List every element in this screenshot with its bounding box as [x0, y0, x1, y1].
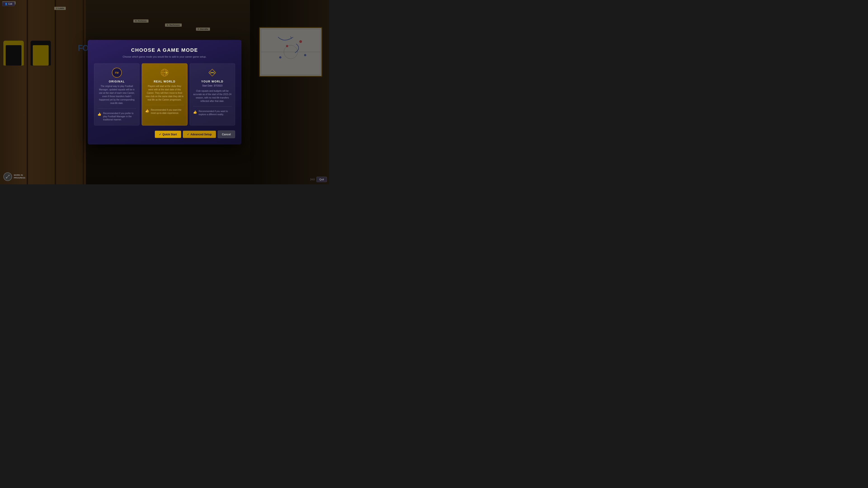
your-world-description: Club squads and budgets will be accurate… [193, 89, 232, 103]
real-world-icon [160, 68, 169, 78]
original-description: The original way to play Football Manage… [97, 85, 136, 105]
game-mode-modal: CHOOSE A GAME MODE Choose which game mod… [88, 40, 241, 144]
original-recommendation: 👍 Recommended if you prefer to play Foot… [97, 112, 136, 121]
your-world-card[interactable]: YOUR WORLD Start Date: 3/7/2023 Club squ… [190, 64, 235, 126]
cancel-button[interactable]: Cancel [218, 131, 235, 138]
person-icon: 👤 [5, 3, 7, 5]
real-world-description: Players will start at the clubs they wer… [145, 85, 184, 101]
real-world-title: REAL WORLD [145, 80, 184, 83]
thumb-up-icon-3: 👍 [193, 110, 197, 115]
modal-title: CHOOSE A GAME MODE [94, 47, 235, 53]
real-world-divider [145, 105, 184, 105]
modal-subtitle: Choose which game mode you would like to… [94, 55, 235, 58]
bottom-right-controls: 24.0 Quit [310, 177, 327, 182]
quit-button[interactable]: Quit [316, 177, 327, 182]
wip-badge: WORK IN PROGRESS [3, 172, 25, 181]
cards-container: FM ORIGINAL The original way to play Foo… [94, 64, 235, 126]
original-title: ORIGINAL [97, 80, 136, 83]
diamond-svg [208, 68, 217, 77]
fm-badge-icon: FM [112, 68, 122, 78]
check-icon-quick [159, 133, 161, 136]
top-left-controls: 👤 Edit [2, 2, 15, 6]
wrench-icon [5, 174, 10, 179]
wip-circle-icon [3, 172, 12, 181]
your-world-recommendation: 👍 Recommended if you want to explore a d… [193, 110, 232, 116]
your-world-divider [193, 106, 232, 107]
original-icon: FM [112, 68, 122, 78]
quick-start-button[interactable]: Quick Start [155, 131, 181, 138]
your-world-title: YOUR WORLD [193, 80, 232, 83]
your-world-icon [207, 68, 217, 78]
wip-text: WORK IN PROGRESS [14, 174, 25, 179]
thumb-up-icon: 👍 [97, 112, 101, 117]
edit-button[interactable]: 👤 Edit [2, 2, 15, 6]
check-icon-advanced [187, 133, 189, 136]
modal-buttons: Quick Start Advanced Setup Cancel [94, 131, 235, 138]
real-world-recommendation: 👍 Recommended if you want the most up-to… [145, 108, 184, 115]
thumb-up-icon-2: 👍 [145, 109, 149, 113]
real-world-card[interactable]: REAL WORLD Players will start at the clu… [142, 64, 187, 126]
version-number: 24.0 [310, 178, 314, 181]
original-divider [97, 108, 136, 109]
advanced-setup-button[interactable]: Advanced Setup [183, 131, 216, 138]
original-card[interactable]: FM ORIGINAL The original way to play Foo… [94, 64, 140, 126]
globe-svg [160, 68, 169, 77]
your-world-start-date: Start Date: 3/7/2023 [193, 85, 232, 87]
